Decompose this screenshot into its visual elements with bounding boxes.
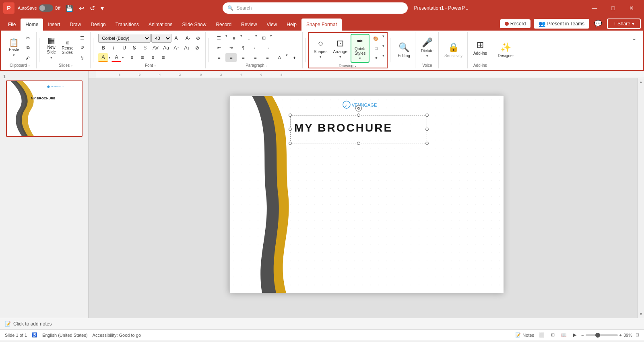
- format-painter-button[interactable]: 🖌: [23, 53, 34, 62]
- tab-review[interactable]: Review: [236, 19, 262, 31]
- columns-button[interactable]: ⊞: [258, 34, 269, 43]
- autosave-toggle[interactable]: [39, 4, 53, 12]
- scroll-right[interactable]: ▲ ▼: [638, 78, 644, 318]
- justify-button[interactable]: ≡: [159, 53, 168, 62]
- font-family-select[interactable]: Corbel (Body): [98, 34, 151, 43]
- new-slide-button[interactable]: ▦ NewSlide ▾: [44, 35, 59, 61]
- slides-expand-icon[interactable]: ⌄: [70, 64, 73, 67]
- strikethrough-button[interactable]: S̶: [130, 43, 139, 52]
- handle-ml[interactable]: [289, 128, 292, 131]
- clipboard-expand-icon[interactable]: ⌄: [28, 64, 31, 67]
- new-slide-dropdown-icon[interactable]: ▾: [50, 56, 52, 60]
- tab-record[interactable]: Record: [211, 19, 236, 31]
- text-dir-dropdown[interactable]: ▾: [286, 53, 288, 62]
- add-ins-button[interactable]: ⊞ Add-ins: [471, 38, 489, 57]
- shape-outline-button[interactable]: □: [370, 44, 382, 53]
- bullets-dropdown[interactable]: ▾: [225, 34, 227, 43]
- canvas-area[interactable]: V VENNGAGE: [89, 78, 644, 318]
- underline-button[interactable]: U: [119, 43, 129, 52]
- redo-icon[interactable]: ↺: [88, 3, 97, 14]
- tab-view[interactable]: View: [262, 19, 282, 31]
- editing-button[interactable]: 🔍 Editing: [395, 41, 413, 60]
- clear-format-button[interactable]: ⊘: [193, 34, 203, 43]
- handle-mr[interactable]: [425, 128, 429, 131]
- tab-home[interactable]: Home: [21, 19, 43, 31]
- undo-icon[interactable]: ↩: [77, 3, 86, 14]
- bullets-button[interactable]: ☰: [213, 34, 225, 43]
- present-in-teams-button[interactable]: 👥 Present in Teams: [534, 19, 589, 29]
- align-center-button[interactable]: ≡: [138, 53, 147, 62]
- cut-button[interactable]: ✂: [23, 34, 34, 43]
- font-expand-icon[interactable]: ⌄: [154, 64, 157, 67]
- shape-fill-button[interactable]: 🎨: [370, 34, 382, 43]
- align-left-button[interactable]: ≡: [127, 53, 137, 62]
- align-left2-button[interactable]: ≡: [213, 53, 225, 62]
- save-icon[interactable]: 💾: [64, 3, 75, 14]
- arrange-dropdown[interactable]: ▾: [339, 55, 341, 59]
- layout-button[interactable]: ☰: [76, 34, 88, 43]
- increase-size-button[interactable]: A↑: [171, 43, 181, 52]
- arrange-button[interactable]: ⊡ Arrange ▾: [330, 37, 350, 60]
- search-box[interactable]: 🔍 Search: [223, 2, 408, 14]
- customize-icon[interactable]: ▾: [99, 3, 105, 14]
- shapes-button[interactable]: ○ Shapes ▾: [311, 37, 330, 60]
- paragraph-expand-icon[interactable]: ⌄: [265, 64, 268, 67]
- character-spacing-button[interactable]: AV: [151, 43, 160, 52]
- slide-sorter-button[interactable]: ⊞: [549, 332, 556, 338]
- align-right-button[interactable]: ≡: [148, 53, 158, 62]
- shape-effects-button[interactable]: ✦: [370, 54, 382, 62]
- drawing-expand-icon[interactable]: ⌄: [354, 64, 357, 68]
- font-size-select[interactable]: 40: [151, 34, 171, 43]
- section-button[interactable]: §: [76, 53, 88, 62]
- reuse-slides-button[interactable]: ⊞ ReuseSlides: [60, 39, 76, 56]
- brochure-title-container[interactable]: ↻ MY BROCHURE: [294, 119, 423, 139]
- font-color-button[interactable]: A: [111, 53, 121, 62]
- justify-low-button[interactable]: ≡: [262, 53, 273, 62]
- scroll-up-icon[interactable]: ▲: [639, 80, 643, 84]
- tab-shape-format[interactable]: Shape Format: [301, 19, 342, 31]
- notes-button[interactable]: 📝 Notes: [515, 332, 534, 338]
- paste-button[interactable]: 📋 Paste ▾: [6, 37, 22, 59]
- highlight-button[interactable]: A: [98, 53, 108, 62]
- text-direction-button[interactable]: A: [274, 53, 285, 62]
- align-right2-button[interactable]: ≡: [237, 53, 249, 62]
- share-button[interactable]: ↑ Share ▾: [607, 19, 641, 29]
- columns-dropdown[interactable]: ▾: [270, 34, 272, 43]
- handle-tm[interactable]: [357, 113, 360, 117]
- minimize-button[interactable]: —: [585, 0, 604, 16]
- reset-button[interactable]: ↺: [76, 43, 88, 52]
- normal-view-button[interactable]: ⬜: [537, 332, 546, 338]
- zoom-thumb[interactable]: [595, 333, 600, 338]
- zoom-in-icon[interactable]: +: [619, 333, 622, 338]
- justify2-button[interactable]: ≡: [250, 53, 261, 62]
- paste-dropdown-icon[interactable]: ▾: [13, 53, 15, 57]
- font-color-dropdown[interactable]: ▾: [122, 56, 124, 60]
- ltr-button[interactable]: →: [262, 43, 273, 52]
- clear-all-format-button[interactable]: ⊘: [192, 43, 202, 52]
- handle-tl[interactable]: [289, 113, 292, 117]
- shadow-button[interactable]: S: [140, 43, 150, 52]
- decrease-size-button[interactable]: A↓: [182, 43, 192, 52]
- increase-font-button[interactable]: A+: [172, 34, 182, 43]
- handle-bl[interactable]: [289, 142, 292, 145]
- comment-button[interactable]: 💬: [592, 18, 604, 29]
- quick-styles-dropdown[interactable]: ▾: [359, 56, 361, 60]
- handle-br[interactable]: [425, 142, 429, 145]
- slide-thumbnail[interactable]: ⬤ VENNGAGE MY BROCHURE: [6, 80, 83, 137]
- indent-decrease-button[interactable]: ⇤: [213, 43, 225, 52]
- italic-button[interactable]: I: [109, 43, 118, 52]
- copy-button[interactable]: ⧉: [23, 43, 34, 52]
- designer-button[interactable]: ✨ Designer: [495, 41, 516, 60]
- numbering-button[interactable]: ≡: [228, 34, 239, 43]
- shapes-dropdown[interactable]: ▾: [320, 55, 322, 59]
- zoom-control[interactable]: − + 39%: [581, 333, 632, 338]
- indent-increase-button[interactable]: ⇥: [225, 43, 237, 52]
- zoom-out-icon[interactable]: −: [581, 333, 584, 338]
- decrease-font-button[interactable]: A-: [183, 34, 192, 43]
- tab-transitions[interactable]: Transitions: [111, 19, 144, 31]
- collapse-ribbon-button[interactable]: ⌄: [629, 34, 640, 43]
- zoom-slider[interactable]: [586, 334, 618, 336]
- shape-outline-dropdown[interactable]: ▾: [382, 44, 384, 53]
- shape-effects-dropdown[interactable]: ▾: [382, 54, 384, 62]
- maximize-button[interactable]: □: [604, 0, 622, 16]
